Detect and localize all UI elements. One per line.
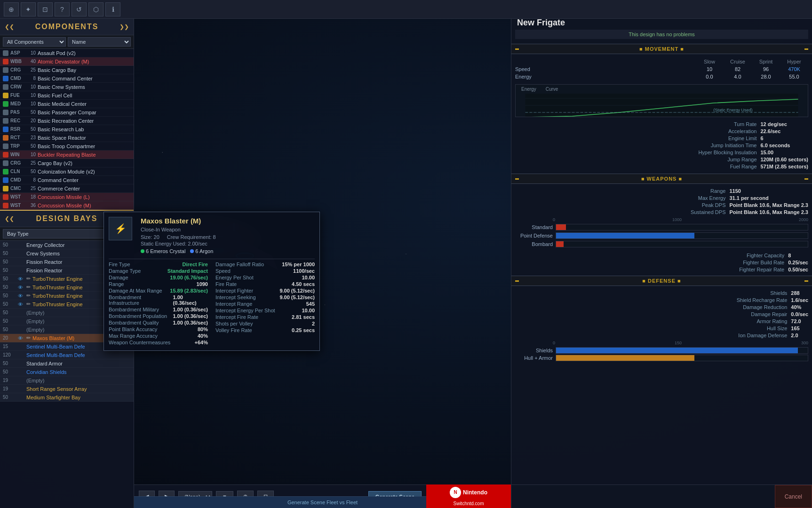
resource-blue-dot [190, 249, 194, 253]
comp-item-cln[interactable]: CLN 50 Colonization Module (v2) [0, 167, 134, 176]
bay-pencil-7: ✏ [26, 293, 31, 299]
comp-item-rct[interactable]: RCT 23 Basic Space Reactor [0, 134, 134, 142]
comp-item-wbb[interactable]: WBB 40 Atomic Devastator (M) [0, 57, 134, 66]
toolbar-btn-help[interactable]: ? [55, 2, 70, 16]
standard-fill [556, 224, 566, 230]
toolbar-btn-undo[interactable]: ↺ [72, 2, 87, 16]
comp-item-crg2[interactable]: CRG 25 Cargo Bay (v2) [0, 159, 134, 167]
stat-energy-shot: Energy Per Shot 10.00 [215, 274, 315, 281]
divider-bar-right [804, 48, 808, 50]
bay-pencil-5: ✏ [26, 276, 31, 282]
defense-divider-bar-right [804, 280, 808, 282]
toolbar-btn-info[interactable]: ℹ [105, 2, 120, 16]
resource-2-label: 6 Argon [195, 248, 213, 254]
stat-mr-acc: Max Range Accuracy 40% [109, 333, 208, 339]
defense-divider-bar-left [515, 280, 519, 282]
defense-bars: Shields Hull + Armor [511, 345, 812, 364]
cancel-button[interactable]: Cancel [775, 485, 812, 508]
stat-speed: Speed 1100/sec [215, 268, 315, 274]
comp-item-crw[interactable]: CRW 10 Basic Crew Systems [0, 83, 134, 91]
comp-item-cmd1[interactable]: CMD 8 Basic Command Center [0, 74, 134, 83]
comp-icon-trp [3, 143, 8, 149]
stat-dmg-max: Damage At Max Range 15.89 (2.83/sec) [109, 287, 208, 294]
comp-item-cmc[interactable]: CMC 25 Commerce Center [0, 184, 134, 193]
comp-item-win[interactable]: WIN 10 Buckler Repeating Blaste [0, 151, 134, 159]
comp-item-wst1[interactable]: WST 18 Concussion Missile (L) [0, 193, 134, 201]
nintendo-logo-circle: N [450, 487, 461, 498]
stat-volley-rate: Volley Fire Rate 0.25 secs [215, 327, 315, 333]
filter-name-select[interactable]: Name [68, 37, 131, 47]
comp-icon-cln [3, 169, 8, 175]
comp-icon-pas [3, 110, 8, 115]
comp-item-crg1[interactable]: CRG 25 Basic Cargo Bay [0, 66, 134, 74]
comp-item-trp[interactable]: TRP 50 Basic Troop Compartmer [0, 142, 134, 151]
point-defense-label: Point Defense [515, 233, 553, 238]
comp-item-med[interactable]: MED 10 Basic Medical Center [0, 100, 134, 108]
hull-track [556, 355, 808, 361]
weapons-point-defense-bar: Point Defense [515, 232, 808, 239]
bay-item-15[interactable]: 50 Standard Armor [0, 359, 134, 368]
defense-bar-scale: 0 150 300 [511, 341, 812, 345]
tooltip-size: Size: 20 [141, 234, 159, 240]
toolbar-btn-rotate[interactable]: ✦ [21, 2, 36, 16]
stat-damage: Damage 19.00 (6.76/sec) [109, 274, 208, 281]
bay-item-19[interactable]: 50 Medium Starfighter Bay [0, 393, 134, 402]
tooltip-divider-1 [109, 259, 315, 259]
bombard-fill [556, 241, 564, 247]
shields-fill [556, 348, 798, 353]
tooltip-energy-val: Static Energy Used: 2.00/sec [141, 241, 207, 246]
comp-item-pas[interactable]: PAS 50 Basic Passenger Compar [0, 108, 134, 117]
weapons-section-divider: ■ WEAPONS ■ [511, 174, 812, 184]
comp-icon-wst2 [3, 203, 8, 208]
comp-icon-cmc [3, 186, 8, 191]
tooltip-weapon-icon: ⚡ [109, 217, 132, 240]
bay-item-18[interactable]: 19 Short Range Sensor Array [0, 385, 134, 393]
toolbar-btn-select[interactable]: ⊡ [38, 2, 53, 16]
tooltip-popup: ⚡ Maxos Blaster (M) Close-In Weapon Size… [103, 212, 320, 351]
fighter-stats: Fighter Capacity8 Fighter Build Rate0.25… [511, 251, 812, 274]
comp-icon-rsr [3, 127, 8, 132]
toolbar-btn-move[interactable]: ⊕ [4, 2, 19, 16]
nintendo-url: Switchntd.com [453, 501, 484, 506]
comp-item-cmd2[interactable]: CMD 8 Command Center [0, 176, 134, 184]
nintendo-badge: N Nintendo Switchntd.com [426, 484, 511, 508]
stat-int-seeking: Intercept Seeking 9.00 (5.12/sec) [215, 294, 315, 301]
weapons-bars: Standard Point Defense Bombard [511, 222, 812, 251]
weapons-divider-bar-left [515, 178, 519, 180]
defense-label: ■ DEFENSE ■ [519, 278, 804, 284]
stat-wcm: Weapon Countermeasures +64% [109, 339, 208, 346]
shields-track [556, 347, 808, 354]
comp-item-rec[interactable]: REC 20 Basic Recreation Center [0, 117, 134, 125]
divider-bar-left [515, 48, 519, 50]
components-arrows-right: ❯❯ [119, 24, 129, 30]
comp-item-fue[interactable]: FUE 10 Basic Fuel Cell [0, 91, 134, 100]
comp-item-rsr[interactable]: RSR 50 Basic Research Lab [0, 125, 134, 134]
toolbar-btn-layout[interactable]: ⬡ [88, 2, 103, 16]
bay-item-17[interactable]: 19 (Empty) [0, 376, 134, 385]
hull-label: Hull + Armor [515, 355, 553, 361]
standard-track [556, 224, 808, 230]
tooltip-resource-2: 6 Argon [190, 248, 213, 254]
comp-icon-crg1 [3, 67, 8, 73]
comp-item-asp[interactable]: ASP 10 Assault Pod (v2) [0, 49, 134, 57]
comp-item-wst2[interactable]: WST 36 Concussion Missile (M) [0, 201, 134, 210]
tooltip-title: Maxos Blaster (M) [141, 217, 216, 225]
components-title: COMPONENTS [18, 23, 116, 31]
bay-item-16[interactable]: 50 Corvidian Shields [0, 368, 134, 376]
tooltip-resource-1: 6 Emeros Crystal [141, 248, 185, 254]
stat-bomb-mil: Bombardment Military 1.00 (0.36/sec) [109, 306, 208, 313]
comp-icon-cmd2 [3, 177, 8, 183]
comp-icon-med [3, 101, 8, 107]
components-arrows-left: ❮❮ [5, 24, 14, 30]
tooltip-subtitle: Close-In Weapon [141, 227, 216, 232]
stat-int-energy: Intercept Energy Per Shot 10.00 [215, 307, 315, 314]
point-defense-fill [556, 233, 694, 238]
shields-label: Shields [515, 348, 553, 353]
bay-item-14[interactable]: 120 Sentinel Multi-Beam Defe [0, 351, 134, 359]
defense-hull-bar: Hull + Armor [515, 355, 808, 361]
stat-damage-type: Damage Type Standard Impact [109, 268, 208, 274]
comp-icon-rec [3, 118, 8, 124]
energy-curve-chart: (Static Energy Used) [516, 94, 808, 117]
filter-category-select[interactable]: All Components [3, 37, 66, 47]
bay-pencil-12: ✏ [26, 335, 31, 341]
